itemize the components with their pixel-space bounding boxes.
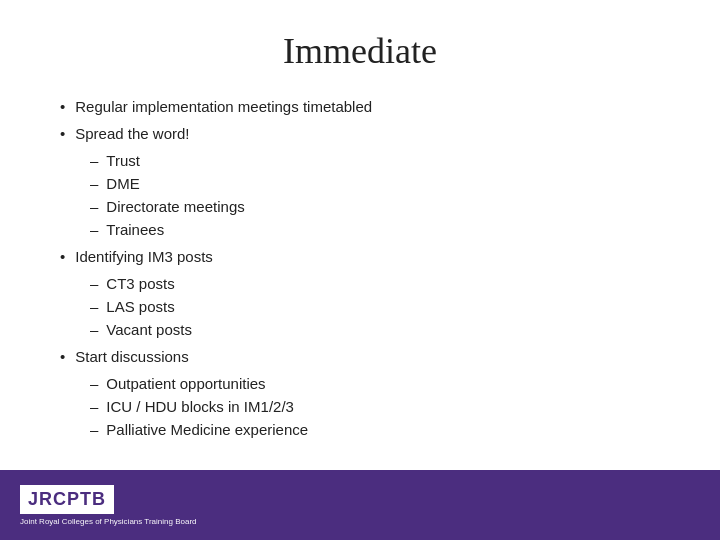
sub-dash: – — [90, 173, 98, 194]
sub-dash: – — [90, 396, 98, 417]
slide-title: Immediate — [60, 30, 660, 72]
sub-dash: – — [90, 273, 98, 294]
content-area: Immediate • Regular implementation meeti… — [0, 0, 720, 470]
sub-list-im3: – CT3 posts – LAS posts – Vacant posts — [90, 273, 660, 340]
sub-list-spread: – Trust – DME – Directorate meetings – T… — [90, 150, 660, 240]
sub-dash: – — [90, 296, 98, 317]
sub-text: Trust — [106, 150, 140, 171]
sub-dash: – — [90, 150, 98, 171]
bullet-list: • Regular implementation meetings timeta… — [60, 96, 660, 440]
footer-bar: JRCPTB Joint Royal Colleges of Physician… — [0, 470, 720, 540]
logo-box: JRCPTB — [20, 485, 114, 514]
list-item: – DME — [90, 173, 660, 194]
logo-text-main: JRCPTB — [28, 489, 106, 509]
sub-text: Vacant posts — [106, 319, 192, 340]
bullet-dot: • — [60, 246, 65, 267]
list-item: • Start discussions — [60, 346, 660, 367]
list-item: – Trainees — [90, 219, 660, 240]
sub-text: Palliative Medicine experience — [106, 419, 308, 440]
sub-dash: – — [90, 219, 98, 240]
logo-container: JRCPTB Joint Royal Colleges of Physician… — [20, 485, 197, 526]
logo-text-sub: Joint Royal Colleges of Physicians Train… — [20, 517, 197, 526]
sub-text: DME — [106, 173, 139, 194]
list-item: – Outpatient opportunities — [90, 373, 660, 394]
sub-text: CT3 posts — [106, 273, 174, 294]
list-item: – Vacant posts — [90, 319, 660, 340]
sub-text: Directorate meetings — [106, 196, 244, 217]
sub-dash: – — [90, 196, 98, 217]
list-item: • Spread the word! — [60, 123, 660, 144]
bullet-text: Regular implementation meetings timetabl… — [75, 96, 372, 117]
sub-dash: – — [90, 373, 98, 394]
list-item: – Trust — [90, 150, 660, 171]
bullet-text: Start discussions — [75, 346, 188, 367]
bullet-dot: • — [60, 96, 65, 117]
sub-list-discussions: – Outpatient opportunities – ICU / HDU b… — [90, 373, 660, 440]
bullet-text: Identifying IM3 posts — [75, 246, 213, 267]
list-item: – LAS posts — [90, 296, 660, 317]
bullet-text: Spread the word! — [75, 123, 189, 144]
bullet-dot: • — [60, 123, 65, 144]
sub-dash: – — [90, 319, 98, 340]
list-item: • Identifying IM3 posts — [60, 246, 660, 267]
list-item: – CT3 posts — [90, 273, 660, 294]
sub-text: Trainees — [106, 219, 164, 240]
sub-text: ICU / HDU blocks in IM1/2/3 — [106, 396, 294, 417]
slide-container: Immediate • Regular implementation meeti… — [0, 0, 720, 540]
list-item: • Regular implementation meetings timeta… — [60, 96, 660, 117]
list-item: – Directorate meetings — [90, 196, 660, 217]
list-item: – Palliative Medicine experience — [90, 419, 660, 440]
bullet-dot: • — [60, 346, 65, 367]
sub-text: Outpatient opportunities — [106, 373, 265, 394]
list-item: – ICU / HDU blocks in IM1/2/3 — [90, 396, 660, 417]
sub-dash: – — [90, 419, 98, 440]
sub-text: LAS posts — [106, 296, 174, 317]
